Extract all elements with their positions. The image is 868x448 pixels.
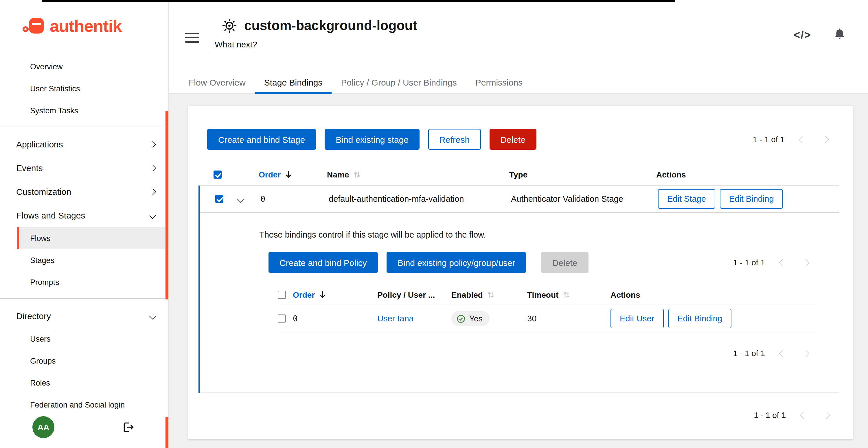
sidebar-footer: AA: [0, 416, 168, 448]
next-page-button[interactable]: [794, 252, 817, 273]
previous-page-button[interactable]: [790, 129, 814, 150]
sidebar-item-federation-social-login[interactable]: Federation and Social login: [0, 394, 168, 416]
chevron-right-icon: [822, 136, 829, 143]
main-area: custom-background-logout What next? </> …: [169, 0, 868, 448]
bindings-note: These bindings control if this stage wil…: [259, 230, 817, 239]
column-header-actions: Actions: [648, 170, 839, 179]
chevron-left-icon: [779, 259, 786, 266]
sidebar-item-label: System Tasks: [30, 106, 78, 115]
api-code-icon[interactable]: </>: [794, 29, 811, 42]
sidebar-item-prompts[interactable]: Prompts: [0, 271, 168, 293]
pagination: 1 - 1 of 1: [733, 343, 817, 364]
row-checkbox[interactable]: [215, 195, 223, 203]
column-header-type: Type: [501, 170, 648, 179]
column-header-enabled[interactable]: Enabled: [452, 290, 527, 299]
sidebar-item-label: Overview: [30, 62, 63, 71]
pagination: 1 - 1 of 1: [733, 252, 817, 273]
tab-stage-bindings[interactable]: Stage Bindings: [255, 72, 332, 93]
next-page-button[interactable]: [815, 405, 838, 425]
tab-label: Flow Overview: [189, 77, 246, 87]
collapse-row-chevron-icon[interactable]: [237, 195, 244, 202]
tab-policy-group-user-bindings[interactable]: Policy / Group / User Bindings: [332, 72, 466, 93]
logout-icon[interactable]: [122, 421, 135, 433]
authentik-logo[interactable]: authentik: [0, 0, 168, 47]
policy-bindings-table: Order Policy / User ... Enabled: [278, 284, 817, 333]
column-header-order[interactable]: Order: [293, 290, 377, 299]
sidebar-item-users[interactable]: Users: [0, 328, 168, 350]
status-badge-label: Yes: [469, 314, 483, 323]
pagination-label: 1 - 1 of 1: [754, 410, 786, 420]
row-checkbox[interactable]: [278, 314, 286, 322]
chevron-right-icon: [823, 411, 830, 418]
avatar[interactable]: AA: [32, 416, 54, 438]
select-all-checkbox[interactable]: [278, 290, 286, 299]
sidebar-scrollbar[interactable]: [165, 111, 168, 300]
edit-user-button[interactable]: Edit User: [611, 309, 663, 328]
content-area: Create and bind Stage Bind existing stag…: [169, 94, 868, 448]
sidebar-item-label: Applications: [16, 139, 63, 149]
tab-permissions[interactable]: Permissions: [466, 72, 532, 93]
column-label: Order: [293, 290, 315, 299]
bind-existing-policy-button[interactable]: Bind existing policy/group/user: [386, 252, 526, 273]
sidebar-item-label: Federation and Social login: [30, 400, 125, 409]
status-badge: Yes: [452, 311, 490, 326]
sidebar-scrollbar[interactable]: [165, 417, 168, 448]
policy-user-link[interactable]: User tana: [377, 314, 414, 323]
app-window: authentik Overview User Statistics Syste…: [0, 0, 868, 448]
sidebar-item-events[interactable]: Events: [0, 156, 168, 180]
sidebar-item-label: Users: [30, 335, 51, 343]
sort-descending-icon: [285, 171, 292, 178]
chevron-left-icon: [799, 411, 807, 418]
create-and-bind-policy-button[interactable]: Create and bind Policy: [269, 252, 378, 273]
chevron-right-icon: [149, 165, 155, 171]
delete-button[interactable]: Delete: [489, 129, 536, 150]
row-order-value: 0: [293, 314, 377, 323]
tab-flow-overview[interactable]: Flow Overview: [179, 72, 255, 93]
sidebar-item-flows-and-stages[interactable]: Flows and Stages: [0, 204, 168, 227]
edit-binding-button[interactable]: Edit Binding: [720, 189, 783, 209]
row-timeout-value: 30: [527, 314, 611, 323]
sidebar-item-groups[interactable]: Groups: [0, 350, 168, 372]
sidebar-item-stages[interactable]: Stages: [0, 249, 168, 271]
column-label: Enabled: [452, 290, 483, 299]
stage-bindings-table: Order Name Type Actions: [198, 164, 839, 393]
sidebar: authentik Overview User Statistics Syste…: [0, 0, 169, 448]
select-all-checkbox[interactable]: [214, 170, 222, 178]
sidebar-item-label: Directory: [16, 311, 51, 321]
next-page-button[interactable]: [794, 343, 817, 364]
row-order-value: 0: [252, 194, 320, 204]
sidebar-item-roles[interactable]: Roles: [0, 372, 168, 394]
column-header-name[interactable]: Name: [319, 170, 501, 179]
next-page-button[interactable]: [814, 129, 837, 150]
sidebar-item-directory[interactable]: Directory: [0, 304, 168, 328]
sidebar-item-label: Groups: [30, 356, 56, 365]
edit-binding-button[interactable]: Edit Binding: [668, 309, 732, 328]
refresh-button[interactable]: Refresh: [428, 129, 480, 150]
row-name-value: default-authentication-mfa-validation: [320, 194, 503, 204]
sidebar-item-flows[interactable]: Flows: [18, 227, 168, 249]
bind-existing-stage-button[interactable]: Bind existing stage: [324, 129, 420, 150]
column-header-timeout[interactable]: Timeout: [527, 290, 611, 299]
chevron-down-icon: [149, 212, 155, 218]
hamburger-menu-icon[interactable]: [185, 30, 199, 45]
chevron-left-icon: [798, 136, 806, 143]
create-and-bind-stage-button[interactable]: Create and bind Stage: [207, 129, 316, 150]
sidebar-item-overview[interactable]: Overview: [0, 56, 168, 77]
sidebar-item-user-statistics[interactable]: User Statistics: [0, 77, 168, 99]
sidebar-item-label: Customization: [16, 187, 71, 197]
notifications-bell-icon[interactable]: [833, 27, 846, 40]
column-header-order[interactable]: Order: [251, 170, 319, 179]
sidebar-item-label: Events: [16, 163, 43, 173]
delete-policy-binding-button[interactable]: Delete: [541, 252, 589, 273]
column-label: Type: [509, 170, 527, 179]
edit-stage-button[interactable]: Edit Stage: [658, 189, 715, 209]
sidebar-divider: [0, 298, 168, 299]
pagination-label: 1 - 1 of 1: [733, 258, 765, 267]
previous-page-button[interactable]: [792, 405, 815, 425]
sidebar-item-customization[interactable]: Customization: [0, 180, 168, 204]
previous-page-button[interactable]: [771, 252, 794, 273]
sidebar-item-applications[interactable]: Applications: [0, 132, 168, 156]
previous-page-button[interactable]: [771, 343, 794, 364]
check-circle-icon: [457, 314, 465, 323]
sidebar-item-system-tasks[interactable]: System Tasks: [0, 99, 168, 122]
